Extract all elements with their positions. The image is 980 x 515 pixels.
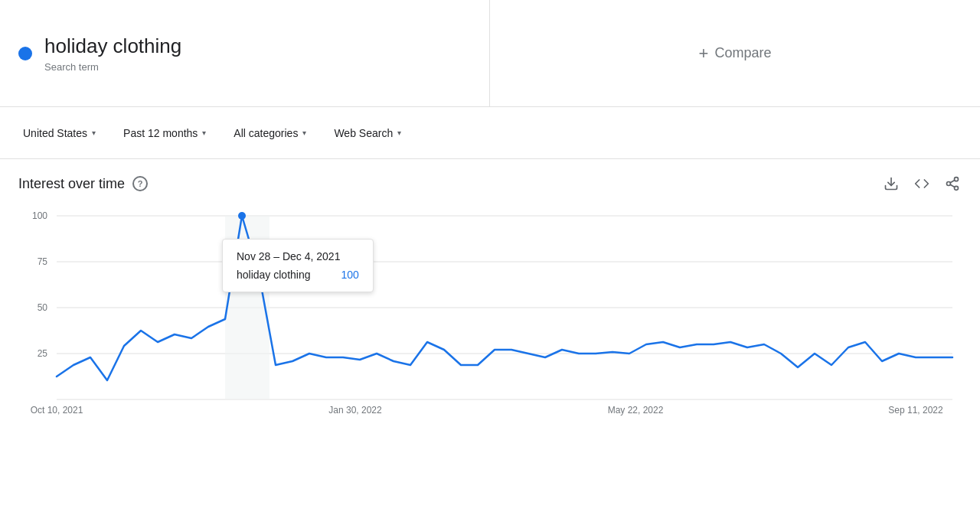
chevron-down-icon: ▾ <box>92 129 96 137</box>
svg-line-5 <box>950 180 955 182</box>
download-icon[interactable] <box>882 174 900 193</box>
svg-text:50: 50 <box>38 302 48 313</box>
term-info: holiday clothing Search term <box>44 34 181 73</box>
term-color-dot <box>18 47 32 60</box>
chart-section: Interest over time ? <box>0 159 980 453</box>
svg-text:75: 75 <box>38 256 48 267</box>
chart-container: 100 75 50 25 Oct 10, 2021 Jan 30, 2022 M… <box>0 200 980 453</box>
filter-timerange-label: Past 12 months <box>123 127 198 139</box>
header-section: holiday clothing Search term + Compare <box>0 0 980 107</box>
svg-text:Sep 11, 2022: Sep 11, 2022 <box>888 405 943 416</box>
svg-line-4 <box>950 184 955 187</box>
chevron-down-icon: ▾ <box>397 129 401 137</box>
chart-header: Interest over time ? <box>0 159 980 200</box>
filter-location-label: United States <box>23 127 87 139</box>
filter-category-label: All categories <box>234 127 298 139</box>
embed-icon[interactable] <box>913 174 931 193</box>
filter-timerange[interactable]: Past 12 months ▾ <box>113 121 217 145</box>
svg-rect-15 <box>225 216 270 399</box>
filter-location[interactable]: United States ▾ <box>12 121 106 145</box>
peak-dot <box>238 212 246 220</box>
help-icon[interactable]: ? <box>132 176 148 191</box>
search-term-panel: holiday clothing Search term <box>0 0 490 106</box>
trend-line <box>57 216 952 380</box>
chevron-down-icon: ▾ <box>302 129 306 137</box>
filter-searchtype[interactable]: Web Search ▾ <box>323 121 412 145</box>
compare-panel[interactable]: + Compare <box>490 0 980 106</box>
compare-label: Compare <box>714 45 771 61</box>
chart-title: Interest over time <box>18 176 125 192</box>
chart-svg: 100 75 50 25 Oct 10, 2021 Jan 30, 2022 M… <box>18 200 962 422</box>
chart-actions <box>882 174 962 193</box>
chevron-down-icon: ▾ <box>202 129 206 137</box>
filter-searchtype-label: Web Search <box>334 127 393 139</box>
term-type: Search term <box>44 61 181 73</box>
term-name: holiday clothing <box>44 34 181 58</box>
plus-icon: + <box>699 44 709 64</box>
filter-bar: United States ▾ Past 12 months ▾ All cat… <box>0 107 980 159</box>
svg-text:May 22, 2022: May 22, 2022 <box>608 405 664 416</box>
chart-title-row: Interest over time ? <box>18 176 148 192</box>
svg-text:100: 100 <box>32 210 47 221</box>
filter-category[interactable]: All categories ▾ <box>223 121 317 145</box>
svg-text:Oct 10, 2021: Oct 10, 2021 <box>31 405 83 416</box>
svg-text:25: 25 <box>38 348 48 359</box>
svg-text:Jan 30, 2022: Jan 30, 2022 <box>328 405 382 416</box>
share-icon[interactable] <box>943 174 962 193</box>
compare-button[interactable]: + Compare <box>684 34 787 73</box>
